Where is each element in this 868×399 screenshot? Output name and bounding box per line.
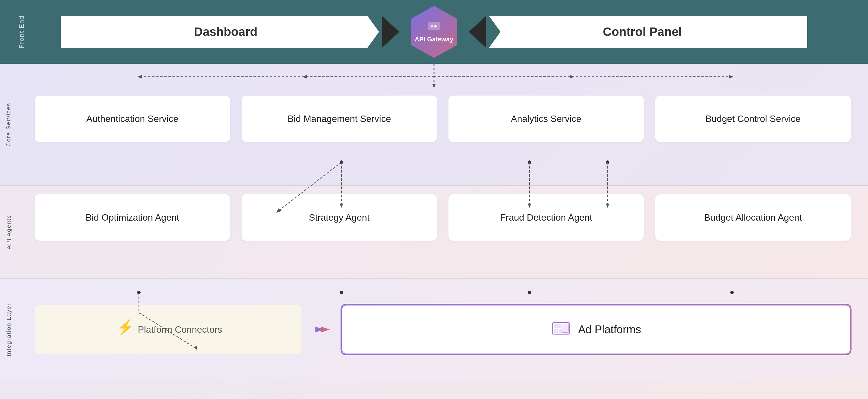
dashboard-label: Dashboard: [194, 25, 257, 39]
budget-ctrl-service-label: Budget Control Service: [705, 114, 801, 124]
strategy-agent-label: Strategy Agent: [309, 212, 370, 223]
left-connector-icon: [469, 16, 486, 48]
ad-platforms-card: Ad Platforms: [341, 305, 850, 354]
analytics-service-label: Analytics Service: [511, 114, 582, 124]
frontend-section: Front End Dashboard API: [0, 0, 868, 64]
analytics-service-card: Analytics Service: [448, 95, 644, 142]
api-gateway-hexagon: API API Gateway: [411, 6, 457, 58]
bid-mgmt-service-label: Bid Management Service: [288, 114, 391, 124]
integration-arrow-icon: [312, 321, 330, 338]
diagram-wrapper: Front End Dashboard API: [0, 0, 868, 399]
platform-connectors-label: Platform Connectors: [138, 324, 222, 335]
strategy-agent-card: Strategy Agent: [242, 194, 437, 240]
platform-connectors-icon: ⚡: [114, 319, 131, 340]
frontend-label: Front End: [18, 16, 26, 49]
core-services-row: Core Services Authentication Service Bid…: [0, 64, 868, 186]
ad-platforms-icon: [551, 320, 571, 340]
right-connector-icon: [382, 16, 399, 48]
budget-alloc-agent-label: Budget Allocation Agent: [704, 212, 802, 223]
platform-connectors-card: ⚡ Platform Connectors: [35, 305, 301, 354]
integration-content: ⚡ Platform Connectors: [18, 279, 868, 380]
api-gateway-container: API API Gateway: [411, 6, 457, 58]
api-agents-row: API Agents Bid Optimization Agent Strate…: [0, 186, 868, 279]
main-section: Core Services Authentication Service Bid…: [0, 64, 868, 399]
svg-text:API: API: [431, 24, 437, 29]
dashboard-box: Dashboard: [61, 16, 379, 48]
integration-grid: ⚡ Platform Connectors: [35, 305, 850, 354]
core-services-content: Authentication Service Bid Management Se…: [18, 64, 868, 185]
core-services-label-container: Core Services: [0, 64, 18, 185]
ad-platforms-label: Ad Platforms: [578, 323, 641, 336]
svg-marker-33: [321, 326, 330, 333]
auth-service-label: Authentication Service: [86, 114, 178, 124]
api-gateway-label: API Gateway: [414, 36, 453, 43]
core-services-grid: Authentication Service Bid Management Se…: [35, 95, 850, 142]
auth-service-card: Authentication Service: [35, 95, 230, 142]
budget-alloc-agent-card: Budget Allocation Agent: [655, 194, 850, 240]
fraud-agent-label: Fraud Detection Agent: [500, 212, 592, 223]
svg-rect-38: [562, 324, 568, 333]
hexagon-content: API API Gateway: [414, 20, 453, 43]
bid-opt-agent-label: Bid Optimization Agent: [86, 212, 179, 223]
budget-ctrl-service-card: Budget Control Service: [655, 95, 850, 142]
api-icon: API: [427, 20, 441, 34]
control-panel-box: Control Panel: [489, 16, 807, 48]
control-panel-label: Control Panel: [603, 25, 682, 39]
api-agents-grid: Bid Optimization Agent Strategy Agent Fr…: [35, 194, 850, 240]
api-agents-label-container: API Agents: [0, 186, 18, 278]
integration-label-container: Integration Layer: [0, 279, 18, 380]
bid-opt-agent-card: Bid Optimization Agent: [35, 194, 230, 240]
integration-row: Integration Layer ⚡ Platform Connectors: [0, 279, 868, 380]
core-services-label: Core Services: [5, 103, 12, 146]
svg-text:⚡: ⚡: [116, 319, 131, 336]
bid-mgmt-service-card: Bid Management Service: [242, 95, 437, 142]
svg-rect-35: [554, 324, 561, 329]
api-agents-content: Bid Optimization Agent Strategy Agent Fr…: [18, 186, 868, 278]
api-agents-label: API Agents: [5, 215, 12, 249]
frontend-row: Dashboard API AP: [23, 6, 845, 58]
integration-label: Integration Layer: [5, 303, 12, 356]
svg-rect-36: [554, 329, 558, 333]
fraud-agent-card: Fraud Detection Agent: [448, 194, 644, 240]
